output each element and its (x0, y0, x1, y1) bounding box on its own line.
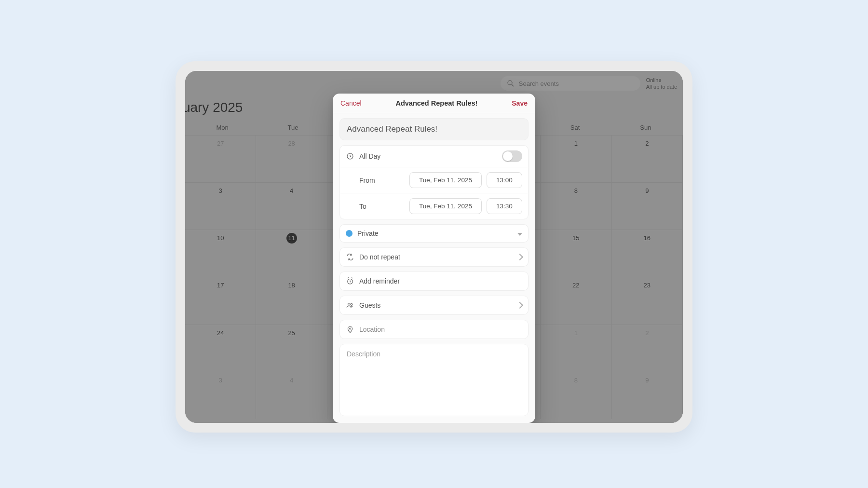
svg-line-1 (512, 84, 514, 86)
clock-icon (346, 152, 354, 161)
search-input[interactable]: Search events (501, 76, 640, 91)
day-number: 23 (642, 280, 652, 291)
calendar-day[interactable]: 15 (541, 230, 611, 277)
weekday-label: Sun (610, 120, 681, 135)
calendar-day[interactable]: 1 (541, 135, 611, 182)
svg-point-4 (348, 303, 351, 306)
pin-icon (346, 325, 354, 334)
location-input[interactable]: Location (339, 320, 529, 339)
to-label: To (359, 203, 380, 210)
tablet-screen: Search events Online All up to date brua… (185, 71, 683, 423)
day-number: 27 (215, 138, 226, 149)
search-icon (506, 79, 515, 88)
day-number: 2 (642, 328, 652, 339)
chevron-right-icon (517, 253, 522, 261)
description-placeholder: Description (347, 350, 380, 358)
people-icon (346, 301, 354, 310)
weekday-label: Tue (258, 120, 328, 135)
day-number: 22 (570, 280, 581, 291)
search-placeholder: Search events (519, 80, 559, 87)
day-number: 3 (215, 186, 226, 196)
calendar-day[interactable]: 4 (256, 372, 327, 419)
day-number: 10 (215, 233, 226, 244)
day-number: 17 (215, 280, 226, 291)
svg-point-6 (350, 328, 351, 329)
description-input[interactable]: Description (339, 344, 529, 416)
from-date-picker[interactable]: Tue, Feb 11, 2025 (409, 172, 482, 188)
calendar-day[interactable]: 23 (612, 277, 683, 324)
weekday-label: Sat (540, 120, 610, 135)
calendar-day[interactable]: 1 (541, 325, 611, 372)
weekday-label: Mon (187, 120, 258, 135)
day-number: 8 (570, 375, 581, 386)
datetime-section: All Day From Tue, Feb 11, 2025 13:00 To (339, 145, 529, 219)
from-time-picker[interactable]: 13:00 (487, 172, 522, 188)
all-day-label: All Day (359, 152, 380, 160)
day-number: 11 (286, 233, 297, 244)
calendar-day[interactable]: 8 (541, 372, 611, 419)
calendar-day[interactable]: 16 (612, 230, 683, 277)
reminder-label: Add reminder (359, 277, 400, 285)
to-time-picker[interactable]: 13:30 (487, 198, 522, 214)
day-number: 16 (642, 233, 652, 244)
day-number: 8 (570, 186, 581, 196)
event-title-input[interactable] (339, 118, 529, 140)
day-number: 3 (215, 375, 226, 386)
calendar-selector[interactable]: Private (339, 224, 529, 243)
repeat-label: Do not repeat (359, 253, 400, 261)
day-number: 9 (642, 186, 652, 196)
calendar-day[interactable]: 11 (256, 230, 327, 277)
event-editor-modal: Cancel Advanced Repeat Rules! Save All D… (333, 94, 535, 423)
calendar-day[interactable]: 24 (185, 325, 256, 372)
day-number: 24 (215, 328, 226, 339)
calendar-day[interactable]: 4 (256, 182, 327, 230)
calendar-day[interactable]: 8 (541, 182, 611, 230)
sync-status: Online All up to date (646, 77, 677, 91)
calendar-day[interactable]: 3 (185, 182, 256, 230)
day-number: 4 (286, 186, 297, 196)
all-day-toggle[interactable] (502, 150, 522, 162)
repeat-selector[interactable]: Do not repeat (339, 247, 529, 267)
day-number: 15 (570, 233, 581, 244)
calendar-day[interactable]: 2 (612, 325, 683, 372)
svg-point-5 (351, 304, 353, 306)
day-number: 1 (570, 138, 581, 149)
caret-down-icon (517, 230, 522, 237)
to-date-picker[interactable]: Tue, Feb 11, 2025 (409, 198, 482, 214)
calendar-day[interactable]: 9 (612, 372, 683, 419)
calendar-day[interactable]: 10 (185, 230, 256, 277)
chevron-right-icon (517, 301, 522, 309)
calendar-day[interactable]: 27 (185, 135, 256, 182)
from-label: From (359, 176, 380, 184)
status-line-1: Online (646, 77, 677, 83)
day-number: 4 (286, 375, 297, 386)
day-number: 28 (286, 138, 297, 149)
tablet-frame: Search events Online All up to date brua… (176, 61, 692, 433)
guests-label: Guests (359, 301, 380, 309)
day-number: 2 (642, 138, 652, 149)
calendar-day[interactable]: 9 (612, 182, 683, 230)
save-button[interactable]: Save (512, 99, 528, 107)
calendar-day[interactable]: 25 (256, 325, 327, 372)
day-number: 25 (286, 328, 297, 339)
calendar-day[interactable]: 2 (612, 135, 683, 182)
repeat-icon (346, 253, 354, 261)
calendar-day[interactable]: 22 (541, 277, 611, 324)
calendar-day[interactable]: 3 (185, 372, 256, 419)
calendar-day[interactable]: 28 (256, 135, 327, 182)
modal-title: Advanced Repeat Rules! (395, 99, 477, 107)
cancel-button[interactable]: Cancel (340, 99, 362, 107)
location-placeholder: Location (359, 325, 385, 333)
calendar-name: Private (357, 230, 379, 237)
guests-selector[interactable]: Guests (339, 296, 529, 315)
modal-header: Cancel Advanced Repeat Rules! Save (333, 94, 535, 113)
calendar-color-dot (346, 230, 353, 237)
day-number: 9 (642, 375, 652, 386)
add-reminder-button[interactable]: Add reminder (339, 271, 529, 291)
day-number: 18 (286, 280, 297, 291)
calendar-day[interactable]: 17 (185, 277, 256, 324)
svg-point-0 (508, 81, 512, 85)
day-number: 1 (570, 328, 581, 339)
calendar-day[interactable]: 18 (256, 277, 327, 324)
status-line-2: All up to date (646, 83, 677, 90)
